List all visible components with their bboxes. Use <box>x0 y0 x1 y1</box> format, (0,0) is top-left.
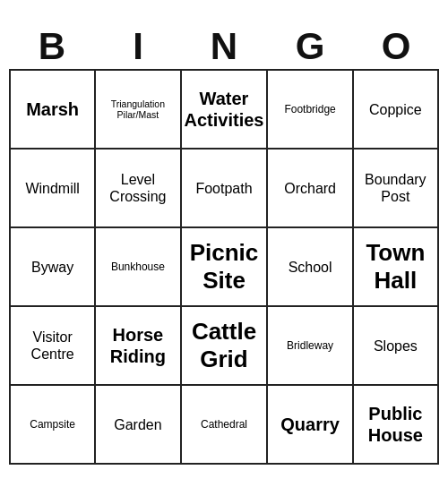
bingo-cell-14: Town Hall <box>354 228 439 307</box>
bingo-cell-7: Footpath <box>182 150 269 228</box>
bingo-cell-11: Bunkhouse <box>96 228 181 307</box>
bingo-letter-i: I <box>99 26 177 67</box>
cell-text-19: Slopes <box>374 337 418 355</box>
bingo-cell-1: Triangulation Pilar/Mast <box>96 71 181 150</box>
bingo-card: BINGO MarshTriangulation Pilar/MastWater… <box>9 22 439 465</box>
bingo-cell-4: Coppice <box>354 71 439 150</box>
cell-text-12: Picnic Site <box>185 239 264 295</box>
bingo-cell-18: Bridleway <box>268 307 353 386</box>
cell-text-14: Town Hall <box>357 239 435 295</box>
cell-text-18: Bridleway <box>287 339 333 352</box>
bingo-cell-10: Byway <box>11 228 96 307</box>
cell-text-11: Bunkhouse <box>111 261 165 273</box>
cell-text-22: Cathedral <box>201 418 247 431</box>
cell-text-2: Water Activities <box>185 88 264 131</box>
cell-text-4: Coppice <box>369 101 422 118</box>
cell-text-24: Public House <box>357 403 435 446</box>
cell-text-5: Windmill <box>25 180 79 197</box>
cell-text-20: Campsite <box>30 418 75 431</box>
bingo-grid: MarshTriangulation Pilar/MastWater Activ… <box>9 69 439 465</box>
bingo-cell-2: Water Activities <box>182 71 269 150</box>
bingo-cell-23: Quarry <box>268 386 353 465</box>
cell-text-9: Boundary Post <box>357 171 435 205</box>
bingo-letter-n: N <box>185 26 263 67</box>
bingo-header: BINGO <box>9 22 439 69</box>
bingo-cell-0: Marsh <box>11 71 96 150</box>
cell-text-15: Visitor Centre <box>13 329 91 363</box>
bingo-cell-24: Public House <box>354 386 439 465</box>
bingo-cell-21: Garden <box>96 386 181 465</box>
bingo-cell-19: Slopes <box>354 307 439 386</box>
bingo-cell-12: Picnic Site <box>182 228 269 307</box>
bingo-letter-o: O <box>357 26 435 67</box>
cell-text-10: Byway <box>31 259 73 276</box>
cell-text-13: School <box>289 259 332 276</box>
cell-text-3: Footbridge <box>284 103 335 115</box>
cell-text-16: Horse Riding <box>99 324 177 367</box>
cell-text-8: Orchard <box>284 180 336 197</box>
bingo-cell-5: Windmill <box>11 150 96 228</box>
bingo-cell-16: Horse Riding <box>96 307 181 386</box>
bingo-cell-8: Orchard <box>268 150 353 228</box>
bingo-letter-b: B <box>13 26 91 67</box>
cell-text-6: Level Crossing <box>99 171 177 205</box>
cell-text-21: Garden <box>114 416 161 433</box>
bingo-letter-g: G <box>271 26 349 67</box>
bingo-cell-13: School <box>268 228 353 307</box>
bingo-cell-3: Footbridge <box>268 71 353 150</box>
cell-text-23: Quarry <box>280 414 340 435</box>
bingo-cell-9: Boundary Post <box>354 150 439 228</box>
bingo-cell-17: Cattle Grid <box>182 307 269 386</box>
bingo-cell-15: Visitor Centre <box>11 307 96 386</box>
bingo-cell-22: Cathedral <box>182 386 269 465</box>
cell-text-1: Triangulation Pilar/Mast <box>99 98 177 121</box>
bingo-cell-6: Level Crossing <box>96 150 181 228</box>
cell-text-7: Footpath <box>195 180 252 197</box>
cell-text-17: Cattle Grid <box>185 318 264 373</box>
bingo-cell-20: Campsite <box>11 386 96 465</box>
cell-text-0: Marsh <box>26 98 79 120</box>
